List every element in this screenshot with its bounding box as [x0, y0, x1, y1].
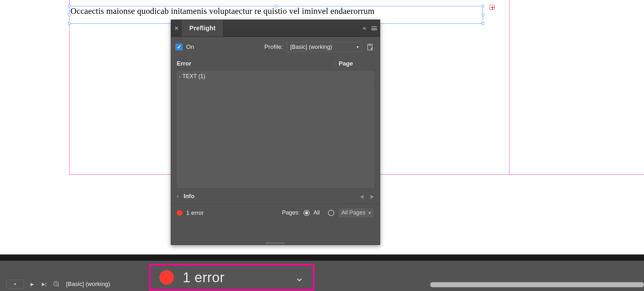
frame-handle-top-mid[interactable]: [275, 5, 277, 7]
header-error: Error: [171, 60, 335, 67]
preflight-panel: ✕ Preflight << ✓ On Profile: [Basic] (wo…: [171, 20, 380, 245]
page-last-icon[interactable]: ▶|: [40, 280, 48, 288]
profile-label: Profile:: [264, 43, 283, 50]
pages-label: Pages:: [282, 209, 300, 216]
pages-all-radio[interactable]: [303, 210, 310, 216]
panel-title: Preflight: [189, 25, 216, 32]
chevron-down-icon[interactable]: ⌄: [295, 271, 304, 284]
pages-range-value: All Pages: [341, 209, 365, 216]
preflight-status-icon[interactable]: [52, 280, 60, 288]
chevron-down-icon: ▾: [357, 44, 359, 49]
status-error-indicator[interactable]: 1 error ⌄: [149, 264, 314, 291]
on-checkbox[interactable]: ✓: [175, 43, 182, 50]
frame-handle-bottom-right[interactable]: [482, 22, 484, 25]
frame-handle-bottom-left[interactable]: [68, 22, 70, 25]
panel-options-row: ✓ On Profile: [Basic] (working) ▾: [171, 37, 380, 57]
info-section: › Info ◀ ▶: [171, 189, 380, 204]
status-bar: ▾ ▶ ▶| [Basic] (working) 1 error ⌄: [0, 261, 644, 291]
close-icon[interactable]: ✕: [171, 20, 182, 37]
chevron-right-icon[interactable]: ›: [177, 193, 179, 199]
page-prev-icon[interactable]: ▶: [28, 280, 36, 288]
error-status-dot-icon: [159, 270, 174, 285]
chevron-down-icon: ▾: [14, 282, 16, 286]
frame-handle-top-right[interactable]: [482, 5, 484, 7]
prev-error-icon[interactable]: ◀: [360, 193, 364, 199]
on-label: On: [186, 43, 194, 50]
overset-text-icon[interactable]: [490, 5, 495, 10]
header-page: Page: [335, 60, 380, 67]
frame-handle-mid-right[interactable]: [482, 14, 484, 16]
embed-profile-icon[interactable]: [366, 43, 374, 51]
error-list-header: Error Page: [171, 57, 380, 70]
panel-tab-preflight[interactable]: Preflight: [182, 20, 224, 37]
frame-handle-top-left[interactable]: [68, 5, 70, 7]
pages-range-radio[interactable]: [328, 210, 334, 216]
status-profile-name: [Basic] (working): [66, 281, 110, 288]
chevron-down-icon: ▾: [369, 210, 371, 215]
info-label: Info: [184, 193, 195, 200]
titlebar-spacer: [224, 20, 359, 37]
panel-titlebar[interactable]: ✕ Preflight <<: [171, 20, 380, 37]
chevron-right-icon: ›: [179, 74, 180, 79]
next-error-icon[interactable]: ▶: [370, 193, 374, 199]
window-separator: [0, 254, 644, 261]
horizontal-scrollbar[interactable]: [430, 282, 644, 287]
panel-resize-gripper-icon[interactable]: [266, 242, 285, 244]
scrollbar-thumb[interactable]: [430, 282, 644, 287]
profile-value: [Basic] (working): [290, 44, 332, 50]
frame-handle-mid-left[interactable]: [68, 14, 70, 16]
profile-dropdown[interactable]: [Basic] (working) ▾: [287, 42, 362, 52]
panel-menu-icon[interactable]: [369, 20, 380, 37]
error-status-dot-icon: [177, 210, 182, 216]
status-error-text: 1 error: [183, 270, 225, 285]
page-margin-guide-ext: [509, 174, 644, 174]
error-list[interactable]: › TEXT (1): [176, 70, 375, 189]
error-count-text: 1 error: [186, 209, 204, 216]
document-text: Occaectis maionse quodicab initamenis vo…: [70, 6, 375, 16]
panel-status-row: 1 error Pages: All All Pages ▾: [171, 204, 380, 221]
zoom-dropdown[interactable]: ▾: [6, 280, 24, 288]
error-item-label: TEXT (1): [182, 73, 205, 80]
pages-all-label: All: [314, 209, 320, 216]
collapse-icon[interactable]: <<: [359, 20, 369, 37]
pages-range-dropdown[interactable]: All Pages ▾: [338, 208, 374, 218]
error-list-item[interactable]: › TEXT (1): [176, 71, 375, 83]
